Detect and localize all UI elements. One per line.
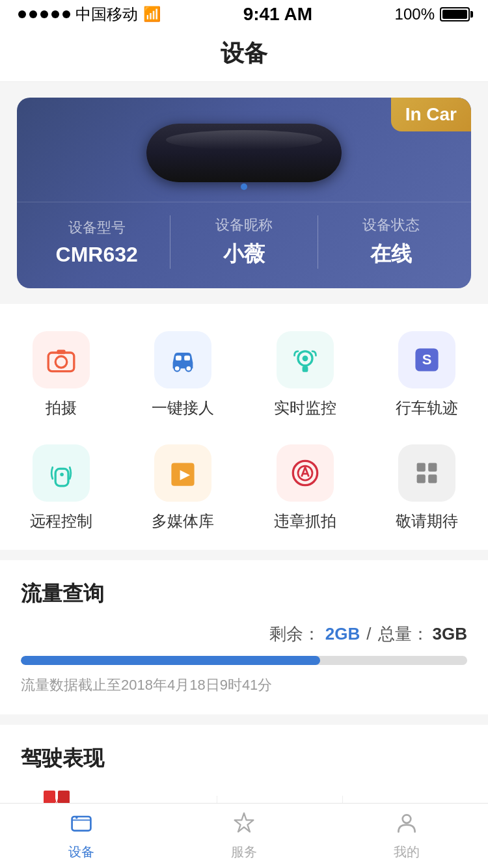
car-icon bbox=[154, 331, 211, 388]
traffic-section-title: 流量查询 bbox=[21, 580, 467, 608]
page-title: 设备 bbox=[221, 40, 267, 66]
menu-label-violation: 违章抓拍 bbox=[274, 511, 336, 532]
battery-percent: 100% bbox=[395, 5, 435, 23]
svg-point-4 bbox=[186, 366, 192, 372]
menu-label-monitor: 实时监控 bbox=[274, 398, 336, 418]
svg-rect-5 bbox=[176, 355, 182, 360]
menu-label-remote: 远程控制 bbox=[30, 511, 92, 532]
menu-label-media: 多媒体库 bbox=[152, 511, 214, 532]
status-left: 中国移动 📶 bbox=[18, 4, 161, 25]
menu-item-coming[interactable]: 敬请期待 bbox=[366, 430, 489, 543]
device-status-label: 设备状态 bbox=[318, 215, 465, 235]
page-header: 设备 bbox=[0, 29, 488, 82]
svg-rect-19 bbox=[417, 474, 426, 483]
device-status-value: 在线 bbox=[318, 240, 465, 269]
device-card-top: In Car bbox=[17, 98, 471, 202]
menu-item-violation[interactable]: 违章抓拍 bbox=[244, 430, 366, 543]
svg-rect-6 bbox=[184, 355, 190, 360]
svg-rect-2 bbox=[57, 350, 65, 355]
signal-dots bbox=[18, 10, 70, 18]
device-nickname-item: 设备昵称 小薇 bbox=[170, 215, 317, 269]
menu-label-track: 行车轨迹 bbox=[396, 398, 458, 418]
traffic-total-label: 总量： bbox=[378, 623, 429, 645]
track-icon: S bbox=[398, 331, 455, 388]
menu-item-remote[interactable]: 远程控制 bbox=[0, 430, 122, 543]
media-icon bbox=[154, 444, 211, 502]
menu-item-media[interactable]: 多媒体库 bbox=[122, 430, 245, 543]
traffic-progress-fill bbox=[21, 656, 320, 665]
menu-item-camera[interactable]: 拍摄 bbox=[0, 317, 122, 430]
device-model-label: 设备型号 bbox=[23, 218, 170, 237]
menu-label-car: 一键接人 bbox=[152, 398, 214, 418]
monitor-icon bbox=[277, 331, 334, 388]
mirror-image bbox=[146, 124, 342, 182]
svg-point-31 bbox=[75, 817, 78, 819]
traffic-note: 流量数据截止至2018年4月18日9时41分 bbox=[21, 675, 467, 695]
device-model-value: CMR632 bbox=[23, 243, 170, 267]
device-nav-icon bbox=[70, 811, 93, 839]
battery-icon bbox=[440, 7, 470, 21]
svg-rect-12 bbox=[55, 468, 68, 485]
svg-text:S: S bbox=[422, 351, 432, 368]
status-bar: 中国移动 📶 9:41 AM 100% bbox=[0, 0, 488, 29]
svg-rect-9 bbox=[302, 366, 308, 372]
in-car-badge: In Car bbox=[391, 98, 471, 131]
device-nickname-label: 设备昵称 bbox=[170, 215, 317, 235]
svg-rect-29 bbox=[72, 817, 91, 831]
device-nickname-value: 小薇 bbox=[170, 240, 317, 269]
svg-point-1 bbox=[55, 357, 67, 368]
device-info-row: 设备型号 CMR632 设备昵称 小薇 设备状态 在线 bbox=[17, 202, 471, 288]
rearview-mirror bbox=[146, 124, 342, 182]
wifi-icon: 📶 bbox=[143, 6, 161, 23]
nav-item-device[interactable]: 设备 bbox=[0, 811, 163, 861]
svg-point-8 bbox=[302, 355, 308, 361]
remote-icon bbox=[33, 444, 90, 502]
traffic-progress-bar bbox=[21, 656, 467, 665]
menu-item-car[interactable]: 一键接人 bbox=[122, 317, 245, 430]
mine-nav-label: 我的 bbox=[394, 843, 420, 861]
traffic-remaining-label: 剩余： bbox=[269, 623, 320, 645]
device-status-item: 设备状态 在线 bbox=[318, 215, 465, 269]
service-nav-label: 服务 bbox=[231, 843, 257, 861]
svg-point-3 bbox=[174, 366, 180, 372]
menu-item-monitor[interactable]: 实时监控 bbox=[244, 317, 366, 430]
device-card: In Car 设备型号 CMR632 设备昵称 小薇 设备状态 在线 bbox=[17, 98, 471, 288]
driving-section-title: 驾驶表现 bbox=[21, 744, 467, 773]
traffic-separator: / bbox=[366, 624, 371, 644]
traffic-header: 剩余： 2GB / 总量： 3GB bbox=[21, 623, 467, 645]
menu-label-camera: 拍摄 bbox=[46, 398, 77, 418]
svg-rect-17 bbox=[417, 463, 426, 472]
camera-icon bbox=[33, 331, 90, 388]
nav-item-mine[interactable]: 我的 bbox=[325, 811, 488, 861]
menu-label-coming: 敬请期待 bbox=[396, 511, 458, 532]
violation-icon bbox=[277, 444, 334, 502]
svg-point-32 bbox=[403, 815, 411, 823]
coming-icon bbox=[398, 444, 455, 502]
nav-item-service[interactable]: 服务 bbox=[163, 811, 325, 861]
traffic-section: 流量查询 剩余： 2GB / 总量： 3GB 流量数据截止至2018年4月18日… bbox=[0, 560, 488, 714]
traffic-total-value: 3GB bbox=[433, 624, 467, 644]
status-right: 100% bbox=[395, 5, 470, 23]
svg-point-13 bbox=[60, 472, 64, 476]
device-model-item: 设备型号 CMR632 bbox=[23, 218, 170, 267]
svg-rect-18 bbox=[428, 463, 437, 472]
mine-nav-icon bbox=[395, 811, 418, 839]
svg-rect-20 bbox=[428, 474, 437, 483]
clock: 9:41 AM bbox=[243, 4, 312, 25]
menu-item-track[interactable]: S 行车轨迹 bbox=[366, 317, 489, 430]
bottom-nav: 设备 服务 我的 bbox=[0, 803, 488, 868]
carrier-label: 中国移动 bbox=[75, 4, 138, 25]
service-nav-icon bbox=[232, 811, 256, 839]
device-nav-label: 设备 bbox=[68, 843, 94, 861]
menu-grid: 拍摄 一键接人 实时监控 S 行车轨迹 远程控制 多媒体库 违章抓拍 bbox=[0, 304, 488, 550]
traffic-remaining-value: 2GB bbox=[325, 624, 360, 644]
